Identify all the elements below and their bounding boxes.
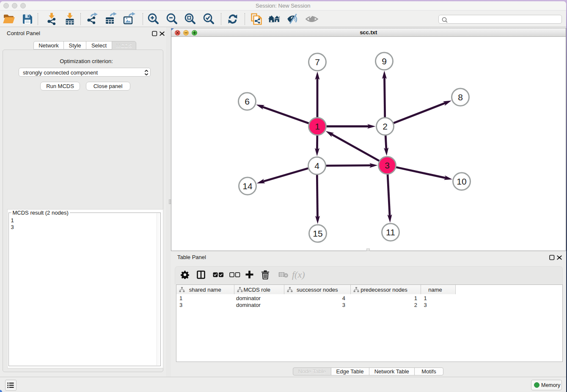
- svg-text:6: 6: [245, 97, 250, 106]
- svg-text:10: 10: [457, 177, 466, 186]
- svg-text:4: 4: [314, 161, 319, 171]
- svg-text:15: 15: [313, 229, 322, 238]
- svg-text:9: 9: [382, 56, 387, 66]
- svg-text:14: 14: [242, 181, 253, 191]
- svg-text:8: 8: [458, 92, 463, 102]
- svg-text:11: 11: [386, 227, 395, 237]
- svg-text:2: 2: [383, 121, 388, 131]
- svg-text:3: 3: [385, 160, 390, 170]
- svg-text:1: 1: [315, 121, 320, 131]
- svg-text:7: 7: [315, 57, 320, 67]
